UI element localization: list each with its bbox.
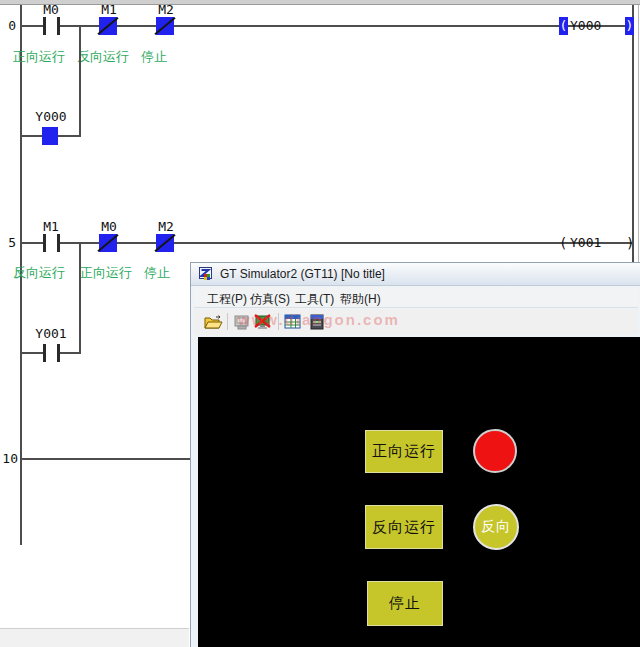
rung5-contact3-nc-contact-energized[interactable] bbox=[156, 234, 174, 252]
rung5-contact2-nc-contact-energized[interactable] bbox=[99, 234, 117, 252]
rung0-coil-close-paren: ) bbox=[625, 17, 634, 35]
gt-titlebar[interactable]: GT Simulator2 (GT11) [No title] bbox=[191, 263, 640, 286]
rung5-comment3: 停止 bbox=[144, 265, 170, 280]
ladder-status-strip bbox=[0, 628, 189, 647]
rung5-contact1-label: M1 bbox=[34, 220, 68, 234]
rung0-comment3: 停止 bbox=[141, 49, 167, 64]
rung0-coil-label[interactable]: Y000 bbox=[570, 19, 610, 33]
rung0-branch-vertical bbox=[79, 27, 81, 137]
menu-simulate[interactable]: 仿真(S) bbox=[246, 290, 294, 309]
rung5-contact1-no-contact[interactable] bbox=[43, 234, 60, 252]
rung0-contact2-label: M1 bbox=[92, 3, 126, 17]
open-project-icon[interactable] bbox=[203, 313, 223, 331]
rung5-branch-no-contact[interactable] bbox=[43, 344, 60, 362]
ladder-right-rail bbox=[632, 5, 634, 262]
gt-toolbar bbox=[194, 309, 638, 335]
ladder-window-edge bbox=[638, 5, 639, 262]
rung5-contact2-label: M0 bbox=[92, 220, 126, 234]
hmi-button-reverse-run[interactable]: 反向运行 bbox=[365, 505, 443, 549]
rung0-branch-label: Y000 bbox=[31, 110, 71, 124]
hmi-button-stop[interactable]: 停止 bbox=[367, 581, 443, 626]
rung0-coil-open-paren: ( bbox=[559, 17, 568, 35]
rung0-step-number: 0 bbox=[0, 19, 16, 33]
rung0-comment1: 正向运行 bbox=[13, 49, 65, 64]
rung0-contact3-label: M2 bbox=[149, 3, 183, 17]
menu-project[interactable]: 工程(P) bbox=[203, 290, 251, 309]
rung5-coil-close-paren: ) bbox=[626, 234, 634, 252]
rung5-contact3-label: M2 bbox=[149, 220, 183, 234]
snapshot-icon[interactable] bbox=[232, 313, 252, 331]
gt-window-title: GT Simulator2 (GT11) [No title] bbox=[220, 267, 385, 281]
rung0-contact1-no-contact[interactable] bbox=[43, 17, 60, 35]
gt-menubar: 工程(P) 仿真(S) 工具(T) 帮助(H) bbox=[194, 287, 638, 308]
rung5-branch-label: Y001 bbox=[31, 327, 71, 341]
rung5-branch-vertical bbox=[79, 244, 81, 354]
device-monitor-icon[interactable] bbox=[283, 313, 303, 331]
rung0-contact3-nc-contact-energized[interactable] bbox=[156, 17, 174, 35]
rung5-coil-open-paren: ( bbox=[559, 234, 567, 252]
hmi-lamp-reverse-off[interactable]: 反向 bbox=[473, 504, 519, 550]
exit-simulation-icon[interactable] bbox=[253, 313, 273, 331]
rung10-step-number: 10 bbox=[0, 452, 18, 466]
rung5-comment2: 正向运行 bbox=[80, 265, 132, 280]
rung0-branch-contact-energized[interactable] bbox=[42, 127, 58, 145]
toolbar-separator bbox=[227, 313, 228, 330]
rung5-step-number: 5 bbox=[0, 236, 16, 250]
rung5-coil-label[interactable]: Y001 bbox=[570, 236, 610, 250]
option-cabinet-icon[interactable] bbox=[307, 313, 327, 331]
rung0-comment2: 反向运行 bbox=[77, 49, 129, 64]
menu-tools[interactable]: 工具(T) bbox=[291, 290, 338, 309]
screen: 0 M0 M1 M2 正向运行 反向运行 停止 Y000 ( Y000 ) 5 … bbox=[0, 0, 640, 647]
hmi-button-forward-run[interactable]: 正向运行 bbox=[365, 430, 443, 473]
gt-simulator-app-icon bbox=[199, 267, 214, 282]
rung0-contact1-label: M0 bbox=[34, 3, 68, 17]
menu-help[interactable]: 帮助(H) bbox=[336, 290, 385, 309]
rung5-comment1: 反向运行 bbox=[13, 265, 65, 280]
toolbar-separator bbox=[278, 313, 279, 330]
hmi-lamp-forward-on[interactable] bbox=[473, 429, 517, 473]
rung0-contact2-nc-contact-energized[interactable] bbox=[99, 17, 117, 35]
